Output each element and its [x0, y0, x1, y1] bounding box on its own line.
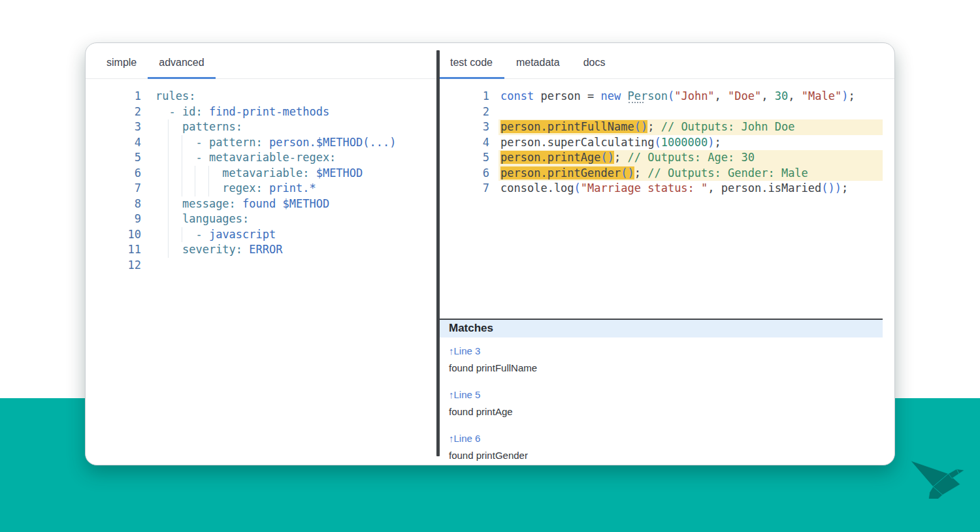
tab-docs[interactable]: docs — [572, 57, 617, 79]
match-item: ↑Line 6found printGender — [449, 430, 883, 464]
code-line: 1rules: — [86, 89, 436, 104]
line-number: 5 — [440, 150, 489, 166]
match-line-link[interactable]: ↑Line 5 — [449, 386, 883, 403]
line-number: 1 — [440, 89, 489, 104]
indent-guides — [155, 135, 195, 151]
code-line: 2 — [440, 104, 894, 120]
code-line: 7 regex: print.* — [86, 181, 436, 196]
line-number: 11 — [86, 242, 141, 258]
line-number: 8 — [86, 196, 141, 212]
code-line: 9 languages: — [86, 211, 436, 227]
tab-simple[interactable]: simple — [95, 57, 148, 79]
match-item: ↑Line 3found printFullName — [449, 343, 883, 377]
code-text — [498, 104, 883, 120]
page: simpleadvanced 1rules:2 - id: find-print… — [0, 0, 980, 532]
code-line: 6person.printGender(); // Outputs: Gende… — [440, 166, 894, 181]
match-message: found printFullName — [449, 360, 883, 377]
tab-test-code[interactable]: test code — [440, 57, 504, 79]
indent-guides — [155, 166, 222, 181]
tab-advanced[interactable]: advanced — [148, 57, 215, 79]
match-line-link[interactable]: ↑Line 6 — [449, 430, 883, 447]
playground-card: simpleadvanced 1rules:2 - id: find-print… — [85, 42, 895, 465]
indent-guides — [155, 150, 195, 166]
rule-pane-tabbar: simpleadvanced — [86, 43, 436, 79]
code-text: - metavariable-regex: — [150, 150, 436, 166]
indent-guides — [155, 119, 182, 135]
code-line: 5person.printAge(); // Outputs: Age: 30 — [440, 150, 894, 166]
code-text: patterns: — [150, 119, 436, 135]
rule-editor[interactable]: 1rules:2 - id: find-print-methods3 patte… — [86, 79, 436, 465]
code-text: person.printAge(); // Outputs: Age: 30 — [498, 150, 883, 166]
code-text: rules: — [150, 89, 436, 104]
code-text: - id: find-print-methods — [150, 104, 436, 120]
indent-guides — [155, 104, 169, 120]
code-line: 6 metavariable: $METHOD — [86, 166, 436, 181]
line-number: 6 — [86, 166, 141, 181]
code-line: 3person.printFullName(); // Outputs: Joh… — [440, 119, 894, 135]
tab-metadata[interactable]: metadata — [504, 57, 572, 79]
indent-guides — [155, 242, 182, 258]
indent-guides — [155, 181, 222, 196]
code-text: regex: print.* — [150, 181, 436, 196]
code-text: metavariable: $METHOD — [150, 166, 436, 181]
code-text: person.printFullName(); // Outputs: John… — [498, 119, 883, 135]
code-text: console.log("Marriage status: ", person.… — [498, 181, 883, 196]
code-line: 10 - javascript — [86, 227, 436, 243]
match-message: found printGender — [449, 447, 883, 464]
code-line: 12 — [86, 258, 436, 274]
test-pane-tabbar: test codemetadatadocs — [440, 43, 894, 79]
match-line-link[interactable]: ↑Line 3 — [449, 343, 883, 360]
line-number: 6 — [440, 166, 489, 181]
line-number: 2 — [440, 104, 489, 120]
matches-title: Matches — [449, 322, 493, 334]
line-number: 12 — [86, 258, 141, 274]
code-line: 7console.log("Marriage status: ", person… — [440, 181, 894, 196]
rule-pane: simpleadvanced 1rules:2 - id: find-print… — [86, 43, 436, 465]
match-item: ↑Line 5found printAge — [449, 386, 883, 420]
matches-panel: Matches ↑Line 3found printFullName↑Line … — [440, 319, 883, 465]
code-line: 2 - id: find-print-methods — [86, 104, 436, 120]
line-number: 10 — [86, 227, 141, 243]
code-line: 11 severity: ERROR — [86, 242, 436, 258]
code-text: - pattern: person.$METHOD(...) — [150, 135, 436, 151]
code-text: - javascript — [150, 227, 436, 243]
code-line: 8 message: found $METHOD — [86, 196, 436, 212]
line-number: 2 — [86, 104, 141, 120]
line-number: 9 — [86, 211, 141, 227]
matches-header: Matches — [440, 320, 883, 337]
test-code-editor[interactable]: 1const person = new Person("John", "Doe"… — [440, 79, 894, 319]
code-line: 4person.superCalculating(1000000); — [440, 135, 894, 151]
code-text: severity: ERROR — [150, 242, 436, 258]
code-text: languages: — [150, 211, 436, 227]
code-text: const person = new Person("John", "Doe",… — [498, 89, 883, 104]
indent-guides — [155, 196, 182, 212]
line-number: 5 — [86, 150, 141, 166]
code-text: message: found $METHOD — [150, 196, 436, 212]
origami-bird-icon — [911, 461, 964, 499]
test-pane: test codemetadatadocs 1const person = ne… — [440, 43, 894, 465]
indent-guides — [155, 211, 182, 227]
line-number: 1 — [86, 89, 141, 104]
line-number: 3 — [440, 119, 489, 135]
indent-guides — [155, 227, 195, 243]
code-line: 5 - metavariable-regex: — [86, 150, 436, 166]
line-number: 3 — [86, 119, 141, 135]
code-line: 3 patterns: — [86, 119, 436, 135]
code-text: person.printGender(); // Outputs: Gender… — [498, 166, 883, 181]
code-text — [150, 258, 436, 274]
line-number: 7 — [86, 181, 141, 196]
line-number: 4 — [86, 135, 141, 151]
brand-bird-logo — [909, 457, 964, 501]
code-text: person.superCalculating(1000000); — [498, 135, 883, 151]
code-line: 4 - pattern: person.$METHOD(...) — [86, 135, 436, 151]
line-number: 4 — [440, 135, 489, 151]
code-line: 1const person = new Person("John", "Doe"… — [440, 89, 894, 104]
matches-list: ↑Line 3found printFullName↑Line 5found p… — [440, 337, 883, 464]
line-number: 7 — [440, 181, 489, 196]
match-message: found printAge — [449, 403, 883, 420]
